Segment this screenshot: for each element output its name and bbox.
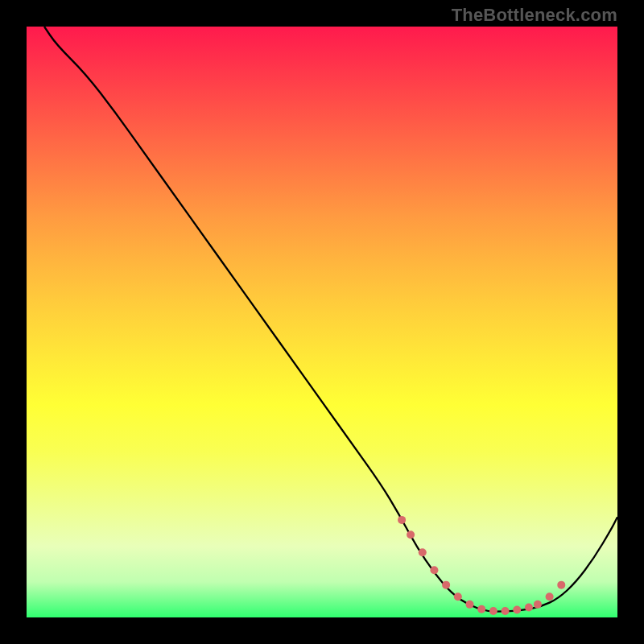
marker-dot (534, 601, 542, 609)
plot-area (27, 27, 617, 617)
marker-dot (477, 605, 485, 613)
watermark-text: TheBottleneck.com (452, 5, 617, 26)
marker-dot (430, 566, 438, 574)
marker-dot (489, 607, 497, 615)
marker-dot (454, 592, 462, 601)
marker-dot (398, 516, 406, 524)
marker-dot (407, 530, 415, 539)
marker-dot (466, 601, 474, 609)
marker-dot (557, 581, 565, 589)
marker-group (398, 516, 565, 615)
marker-dot (502, 607, 510, 615)
marker-dot (513, 605, 521, 613)
marker-dot (525, 604, 533, 612)
chart-frame: TheBottleneck.com (0, 0, 644, 644)
marker-dot (546, 592, 554, 601)
marker-dot (419, 548, 427, 556)
bottleneck-curve (44, 27, 617, 612)
marker-dot (442, 581, 450, 589)
chart-svg (27, 27, 617, 617)
